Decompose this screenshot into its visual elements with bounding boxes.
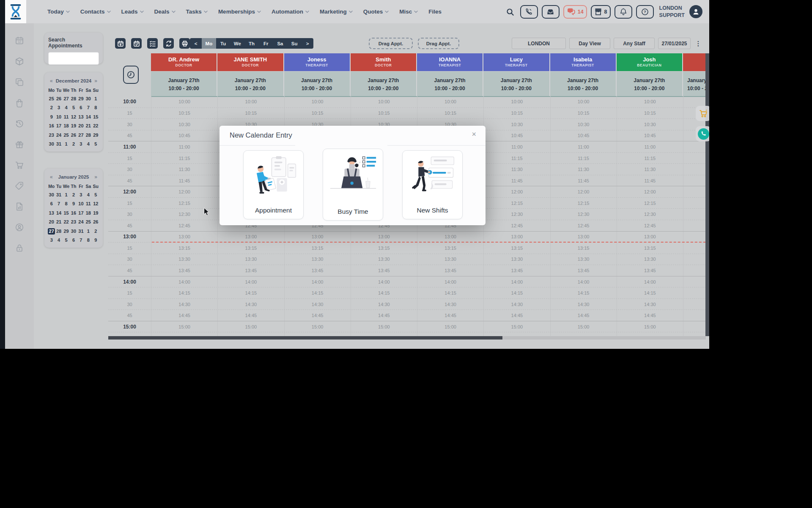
slot-smith-13-45[interactable]: 13:45	[351, 265, 417, 276]
slot-isabela-10-15[interactable]: 10:15	[550, 108, 617, 119]
slot-overflow-13-45[interactable]	[683, 265, 706, 276]
date-cell[interactable]: 31	[55, 192, 62, 198]
slot-dr-andrew-14-45[interactable]: 14:45	[151, 310, 217, 321]
slot-dr-andrew-15-15[interactable]: 15:15	[151, 332, 217, 336]
date-cell[interactable]: 30	[48, 141, 55, 147]
date-cell[interactable]: 6	[77, 105, 85, 111]
date-cell[interactable]: 27	[63, 96, 70, 102]
prev-day-arrow[interactable]: <	[190, 38, 202, 49]
next-month-icon[interactable]: »	[94, 174, 97, 180]
slot-jane-smith-15-00[interactable]: 15:00	[217, 321, 284, 332]
slot-dr-andrew-10-15[interactable]: 10:15	[151, 108, 217, 119]
slot-joness-14-45[interactable]: 14:45	[284, 310, 351, 321]
date-cell[interactable]: 18	[63, 123, 70, 129]
date-cell[interactable]: 28	[55, 228, 62, 235]
slot-josh-11-30[interactable]: 11:30	[617, 164, 683, 175]
calendar-check-button[interactable]	[131, 38, 142, 49]
slot-isabela-12-45[interactable]: 12:45	[550, 220, 617, 231]
store-button[interactable]: 8	[591, 5, 611, 19]
slot-josh-11-15[interactable]: 11:15	[617, 153, 683, 164]
slot-josh-13-00[interactable]: 13:00	[617, 232, 683, 243]
slot-jane-smith-14-45[interactable]: 14:45	[217, 310, 284, 321]
date-cell[interactable]: 29	[92, 132, 99, 138]
date-cell[interactable]: 13	[77, 114, 85, 120]
slot-lucy-13-15[interactable]: 13:15	[483, 243, 550, 254]
slot-jane-smith-14-00[interactable]: 14:00	[217, 276, 284, 287]
slot-josh-12-00[interactable]: 12:00	[617, 186, 683, 197]
slot-ioanna-15-00[interactable]: 15:00	[417, 321, 483, 332]
slot-isabela-10-30[interactable]: 10:30	[550, 119, 617, 130]
slot-ioanna-14-30[interactable]: 14:30	[417, 299, 483, 310]
date-cell[interactable]: 10	[77, 201, 85, 207]
date-cell[interactable]: 9	[70, 201, 77, 207]
slot-josh-13-15[interactable]: 13:15	[617, 243, 683, 254]
slot-lucy-15-15[interactable]: 15:15	[483, 332, 550, 336]
search-icon[interactable]	[506, 8, 514, 16]
slot-dr-andrew-10-30[interactable]: 10:30	[151, 119, 217, 130]
slot-isabela-11-15[interactable]: 11:15	[550, 153, 617, 164]
date-cell[interactable]: 4	[85, 141, 92, 147]
nav-item-contacts[interactable]: Contacts	[80, 8, 111, 15]
slot-isabela-15-00[interactable]: 15:00	[550, 321, 617, 332]
nav-item-leads[interactable]: Leads	[121, 8, 144, 15]
date-cell[interactable]: 11	[63, 114, 70, 120]
date-cell[interactable]: 12	[92, 201, 99, 207]
slot-isabela-10-45[interactable]: 10:45	[550, 130, 617, 141]
slot-josh-10-30[interactable]: 10:30	[617, 119, 683, 130]
slot-dr-andrew-14-30[interactable]: 14:30	[151, 299, 217, 310]
date-cell[interactable]: 20	[77, 123, 85, 129]
slot-lucy-12-15[interactable]: 12:15	[483, 198, 550, 209]
slot-overflow-11-15[interactable]	[683, 153, 706, 164]
slot-ioanna-14-45[interactable]: 14:45	[417, 310, 483, 321]
date-cell[interactable]: 30	[70, 228, 77, 235]
slot-joness-10-00[interactable]: 10:00	[284, 96, 351, 108]
slot-jane-smith-14-30[interactable]: 14:30	[217, 299, 284, 310]
day-tab-sa[interactable]: Sa	[273, 38, 288, 49]
date-cell[interactable]: 6	[48, 201, 55, 207]
date-cell[interactable]: 22	[92, 123, 99, 129]
date-cell[interactable]: 6	[70, 237, 77, 243]
date-cell[interactable]: 7	[85, 105, 92, 111]
slot-isabela-14-15[interactable]: 14:15	[550, 287, 617, 298]
slot-josh-12-30[interactable]: 12:30	[617, 209, 683, 220]
day-tab-tu[interactable]: Tu	[216, 38, 230, 49]
slot-joness-13-45[interactable]: 13:45	[284, 265, 351, 276]
slot-lucy-10-00[interactable]: 10:00	[483, 96, 550, 108]
drag-appointment-button-2[interactable]: Drag Appt.	[418, 38, 459, 49]
date-cell[interactable]: 2	[48, 105, 55, 111]
date-cell[interactable]: 28	[85, 132, 92, 138]
sidebar-item-cart[interactable]	[15, 160, 24, 170]
nav-item-files[interactable]: Files	[428, 8, 442, 15]
date-cell[interactable]: 2	[70, 192, 77, 198]
calendar-plus-button[interactable]	[115, 38, 126, 49]
slot-josh-15-15[interactable]: 15:15	[617, 332, 683, 336]
slot-overflow-14-15[interactable]	[683, 287, 706, 298]
slot-isabela-11-45[interactable]: 11:45	[550, 175, 617, 186]
date-cell[interactable]: 2	[92, 228, 99, 235]
date-cell[interactable]: 23	[70, 219, 77, 225]
date-cell[interactable]: 8	[63, 201, 70, 207]
sidebar-item-copy[interactable]	[15, 77, 24, 87]
slot-dr-andrew-11-15[interactable]: 11:15	[151, 153, 217, 164]
date-cell[interactable]: 5	[63, 237, 70, 243]
slot-joness-14-30[interactable]: 14:30	[284, 299, 351, 310]
date-cell[interactable]: 10	[55, 114, 62, 120]
slot-isabela-12-30[interactable]: 12:30	[550, 209, 617, 220]
sidebar-item-cube[interactable]	[15, 57, 24, 66]
date-cell[interactable]: 3	[77, 192, 85, 198]
slot-ioanna-14-15[interactable]: 14:15	[417, 287, 483, 298]
slot-jane-smith-10-15[interactable]: 10:15	[217, 108, 284, 119]
slot-smith-14-00[interactable]: 14:00	[351, 276, 417, 287]
slot-isabela-12-00[interactable]: 12:00	[550, 186, 617, 197]
slot-dr-andrew-13-15[interactable]: 13:15	[151, 243, 217, 254]
date-cell[interactable]: 27	[77, 132, 85, 138]
slot-joness-13-00[interactable]: 13:00	[284, 232, 351, 243]
date-cell[interactable]: 26	[70, 132, 77, 138]
slot-isabela-11-00[interactable]: 11:00	[550, 141, 617, 152]
slot-jane-smith-13-45[interactable]: 13:45	[217, 265, 284, 276]
slot-lucy-13-45[interactable]: 13:45	[483, 265, 550, 276]
slot-overflow-15-15[interactable]	[683, 332, 706, 336]
slot-lucy-11-00[interactable]: 11:00	[483, 141, 550, 152]
slot-smith-10-15[interactable]: 10:15	[351, 108, 417, 119]
slot-josh-14-30[interactable]: 14:30	[617, 299, 683, 310]
